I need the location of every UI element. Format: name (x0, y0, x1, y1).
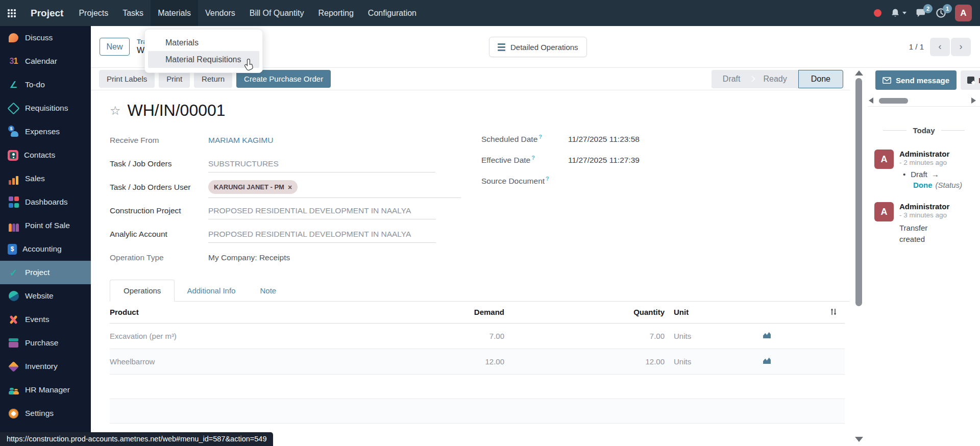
demand-cell[interactable]: 12.00 (426, 349, 504, 374)
sidebar-item-hr-manager[interactable]: HR Manager (0, 378, 91, 402)
sidebar-item-dashboards[interactable]: Dashboards (0, 190, 91, 214)
scroll-left-icon[interactable] (869, 97, 873, 104)
sidebar-item-expenses[interactable]: Expenses (0, 120, 91, 143)
analylic-account-input[interactable]: PROPOSED RESIDENTIAL DEVELOPMENT IN NAAL… (208, 230, 436, 243)
nav-item-configuration[interactable]: Configuration (361, 0, 424, 26)
detailed-operations-button[interactable]: Detailed Operations (489, 37, 587, 57)
column-header-quantity[interactable]: Quantity (504, 302, 665, 323)
log-note-button[interactable]: Log note (961, 70, 980, 90)
form-sheet: ☆ WH/IN/00001 Receive From MARIAM KAGIMU… (91, 90, 850, 446)
send-message-button[interactable]: Send message (875, 70, 957, 90)
vertical-scrollbar[interactable] (850, 68, 868, 446)
table-row[interactable]: Wheelbarrow 12.00 12.00 Units (110, 349, 845, 374)
sidebar-item-point-of-sale[interactable]: Point of Sale (0, 214, 91, 237)
scheduled-date-value[interactable]: 11/27/2025 11:23:58 (568, 135, 640, 144)
task-job-orders-user-input[interactable]: KARUNGI JANET - PM × (208, 180, 461, 198)
chatter-message: A Administrator - 3 minutes ago Transfer… (874, 202, 980, 245)
tab-note[interactable]: Note (248, 280, 288, 301)
optional-columns-icon[interactable] (829, 308, 838, 317)
help-icon: ? (531, 155, 535, 161)
nav-item-projects[interactable]: Projects (71, 0, 115, 26)
messages-icon[interactable]: 2 (915, 8, 927, 18)
column-header-product[interactable]: Product (110, 302, 426, 323)
app-name[interactable]: Project (23, 0, 71, 26)
nav-item-bill-of-quantity[interactable]: Bill Of Quantity (242, 0, 311, 26)
sidebar-item-accounting[interactable]: $Accounting (0, 237, 91, 261)
sidebar-item-settings[interactable]: Settings (0, 402, 91, 425)
note-icon (967, 77, 974, 84)
avatar[interactable]: A (874, 202, 894, 221)
sidebar-item-contacts[interactable]: Contacts (0, 143, 91, 167)
list-bars-icon (498, 43, 505, 51)
notifications-bell-icon[interactable] (890, 8, 906, 18)
scroll-up-icon[interactable] (855, 70, 863, 76)
remove-tag-icon[interactable]: × (288, 183, 292, 191)
sidebar-item-sales[interactable]: Sales (0, 167, 91, 190)
product-cell[interactable]: Wheelbarrow (110, 349, 426, 374)
sidebar-item-website[interactable]: Website (0, 284, 91, 308)
unit-cell[interactable]: Units (665, 349, 715, 374)
sidebar-item-requisitions[interactable]: Requisitions (0, 96, 91, 120)
construction-project-input[interactable]: PROPOSED RESIDENTIAL DEVELOPMENT IN NAAL… (208, 206, 436, 219)
nav-item-reporting[interactable]: Reporting (311, 0, 360, 26)
field-label: Effective Date? (481, 155, 568, 165)
horizontal-scrollbar[interactable] (868, 97, 980, 104)
activities-clock-icon[interactable]: 1 (936, 8, 946, 18)
sidebar-item-calendar[interactable]: 31Calendar (0, 49, 91, 73)
favorite-star-icon[interactable]: ☆ (110, 105, 121, 117)
new-button[interactable]: New (100, 38, 130, 56)
pager-next-button[interactable]: › (951, 38, 971, 56)
chevron-left-icon: ‹ (939, 41, 942, 52)
pager-previous-button[interactable]: ‹ (930, 38, 950, 56)
tracking-new-value: Done(Status) (899, 181, 977, 189)
point-of-sale-icon (8, 220, 19, 232)
forecast-chart-icon[interactable] (763, 332, 771, 340)
unit-cell[interactable]: Units (665, 323, 715, 349)
scrollbar-thumb[interactable] (855, 78, 862, 306)
nav-item-materials[interactable]: Materials (151, 0, 198, 26)
events-icon (8, 314, 19, 326)
menu-item-materials[interactable]: Materials (145, 34, 262, 51)
quantity-cell[interactable]: 7.00 (504, 323, 665, 349)
sidebar-item-discuss[interactable]: Discuss (0, 26, 91, 49)
tab-operations[interactable]: Operations (110, 280, 175, 302)
bullet-icon: • (903, 170, 905, 179)
column-header-unit[interactable]: Unit (665, 302, 715, 323)
sidebar-item-todo[interactable]: ∠To-do (0, 73, 91, 96)
chatter-message: A Administrator - 2 minutes ago •Draft→ … (874, 150, 980, 189)
scroll-right-icon[interactable] (971, 97, 976, 104)
browser-status-url: https://construction.prod-accounts.ametn… (0, 432, 273, 446)
field-task-job-orders-user: Task / Job Orders User KARUNGI JANET - P… (110, 176, 462, 199)
user-tag[interactable]: KARUNGI JANET - PM × (208, 180, 298, 194)
sidebar-item-project[interactable]: ✓Project (0, 261, 91, 284)
user-avatar[interactable]: A (955, 5, 972, 21)
quantity-cell[interactable]: 12.00 (504, 349, 665, 374)
receive-from-value[interactable]: MARIAM KAGIMU (208, 136, 273, 145)
avatar[interactable]: A (874, 150, 894, 169)
field-analylic-account: Analylic Account PROPOSED RESIDENTIAL DE… (110, 222, 462, 246)
tab-additional-info[interactable]: Additional Info (175, 280, 248, 301)
scrollbar-thumb[interactable] (879, 98, 908, 104)
sidebar-item-events[interactable]: Events (0, 308, 91, 331)
nav-item-tasks[interactable]: Tasks (115, 0, 151, 26)
status-step-draft[interactable]: Draft (712, 75, 752, 84)
inventory-icon (8, 361, 19, 373)
status-step-ready[interactable]: Ready (752, 75, 798, 84)
sidebar-item-inventory[interactable]: Inventory (0, 355, 91, 378)
status-step-done[interactable]: Done (798, 70, 843, 88)
menu-item-material-requisitions[interactable]: Material Requisitions (148, 51, 259, 68)
todo-icon: ∠ (8, 79, 19, 91)
forecast-chart-icon[interactable] (763, 357, 771, 366)
task-job-orders-input[interactable]: SUBSTRUCTURES (208, 159, 435, 172)
scroll-down-icon[interactable] (855, 437, 863, 442)
table-header-row: Product Demand Quantity Unit (110, 302, 845, 323)
demand-cell[interactable]: 7.00 (426, 323, 504, 349)
nav-item-vendors[interactable]: Vendors (198, 0, 242, 26)
purchase-icon (8, 337, 19, 349)
field-construction-project: Construction Project PROPOSED RESIDENTIA… (110, 199, 462, 222)
sidebar-item-purchase[interactable]: Purchase (0, 331, 91, 355)
table-row[interactable]: Excavation (per m³) 7.00 7.00 Units (110, 323, 845, 349)
apps-grid-icon[interactable] (0, 0, 23, 26)
product-cell[interactable]: Excavation (per m³) (110, 323, 426, 349)
column-header-demand[interactable]: Demand (426, 302, 504, 323)
